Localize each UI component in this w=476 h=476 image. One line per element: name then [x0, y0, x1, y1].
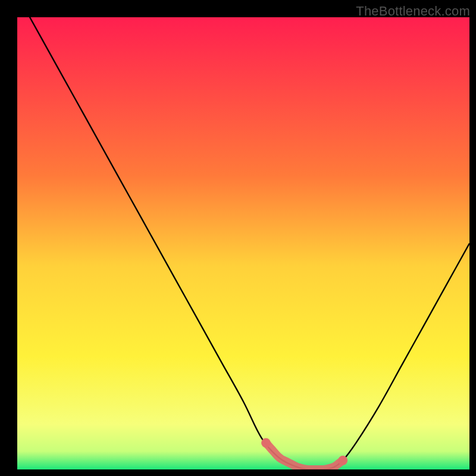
- svg-point-1: [338, 456, 347, 465]
- svg-point-0: [261, 438, 271, 447]
- bottleneck-chart: [17, 17, 469, 469]
- watermark-text: TheBottleneck.com: [356, 4, 470, 19]
